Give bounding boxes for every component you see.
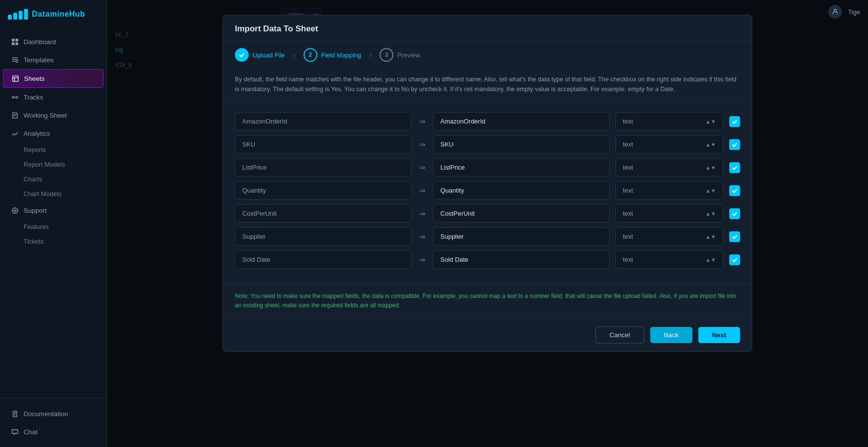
sidebar-sub-reports[interactable]: Reports bbox=[3, 143, 103, 157]
mapping-target-2[interactable]: ListPrice bbox=[433, 158, 610, 176]
mapping-area: AmazonOrderId ⇒ AmazonOrderId text ▲▼ SK… bbox=[223, 102, 752, 283]
sidebar-label-charts: Charts bbox=[24, 175, 42, 183]
mapping-source-3: Quantity bbox=[235, 181, 411, 199]
mapping-checkbox-0[interactable] bbox=[729, 116, 740, 127]
sidebar-item-support[interactable]: Support bbox=[3, 201, 103, 219]
sidebar-label-report-models: Report Models bbox=[24, 161, 65, 168]
next-button[interactable]: Next bbox=[698, 327, 740, 343]
chat-icon bbox=[11, 428, 19, 436]
sheets-icon bbox=[11, 74, 19, 82]
sidebar-item-chat[interactable]: Chat bbox=[3, 423, 103, 441]
mapping-type-3[interactable]: text ▲▼ bbox=[615, 181, 723, 199]
mapping-source-6: Sold Date bbox=[235, 250, 411, 269]
step-mapping: 2 Field Mapping bbox=[304, 48, 361, 62]
mapping-target-6[interactable]: Sold Date bbox=[433, 250, 610, 269]
step-circle-mapping: 2 bbox=[304, 48, 317, 62]
mapping-checkbox-3[interactable] bbox=[729, 185, 740, 196]
tracks-icon bbox=[11, 93, 19, 101]
type-arrows-2: ▲▼ bbox=[705, 165, 716, 171]
step-upload: Upload File bbox=[235, 48, 285, 62]
step-label-mapping: Field Mapping bbox=[321, 51, 361, 59]
sidebar-item-tracks[interactable]: Tracks bbox=[3, 88, 103, 106]
mapping-target-5[interactable]: Supplier bbox=[433, 227, 610, 246]
mapping-target-0[interactable]: AmazonOrderId bbox=[433, 112, 610, 130]
step-label-preview: Preview bbox=[397, 51, 420, 59]
mapping-source-2: ListPrice bbox=[235, 158, 411, 176]
mapping-checkbox-4[interactable] bbox=[729, 208, 740, 219]
mapping-checkbox-5[interactable] bbox=[729, 231, 740, 242]
sidebar-sub-charts[interactable]: Charts bbox=[3, 172, 103, 186]
sidebar-label-chart-models: Chart Models bbox=[24, 190, 61, 198]
mapping-row: ListPrice ⇒ ListPrice text ▲▼ bbox=[235, 158, 740, 176]
sidebar-sub-tickets[interactable]: Tickets bbox=[3, 234, 103, 248]
sidebar-item-working-sheet[interactable]: Working Sheet bbox=[3, 106, 103, 124]
step-arrow-2: › bbox=[361, 50, 380, 60]
analytics-icon bbox=[11, 129, 19, 137]
mapping-target-1[interactable]: SKU bbox=[433, 135, 610, 153]
modal-header: Import Data To Sheet bbox=[223, 15, 752, 41]
mapping-source-0: AmazonOrderId bbox=[235, 112, 411, 130]
arrow-icon-1: ⇒ bbox=[417, 140, 427, 149]
step-arrow-1: › bbox=[285, 50, 304, 60]
svg-rect-2 bbox=[11, 42, 14, 45]
sidebar-label-tickets: Tickets bbox=[24, 238, 44, 245]
mapping-checkbox-2[interactable] bbox=[729, 162, 740, 173]
type-arrows-4: ▲▼ bbox=[705, 211, 716, 217]
sidebar-sub-chart-models[interactable]: Chart Models bbox=[3, 187, 103, 201]
arrow-icon-5: ⇒ bbox=[417, 232, 427, 241]
sidebar-label-features: Features bbox=[24, 223, 49, 230]
type-arrows-3: ▲▼ bbox=[705, 188, 716, 194]
arrow-icon-4: ⇒ bbox=[417, 209, 427, 218]
mapping-type-2[interactable]: text ▲▼ bbox=[615, 158, 723, 176]
mapping-type-5[interactable]: text ▲▼ bbox=[615, 227, 723, 246]
sidebar-sub-features[interactable]: Features bbox=[3, 220, 103, 234]
sidebar-label-analytics: Analytics bbox=[24, 130, 50, 137]
mapping-type-value-5: text bbox=[623, 233, 633, 240]
step-preview: 3 Preview bbox=[380, 48, 420, 62]
svg-point-9 bbox=[14, 209, 16, 211]
sidebar-item-dashboard[interactable]: Dashboard bbox=[3, 33, 103, 50]
modal-description: By default, the field name matches with … bbox=[223, 69, 752, 102]
modal-overlay: Import Data To Sheet Upload File › bbox=[107, 0, 868, 447]
logo-dot-4 bbox=[24, 9, 28, 20]
back-button[interactable]: Back bbox=[650, 327, 692, 343]
mapping-checkbox-6[interactable] bbox=[729, 254, 740, 265]
mapping-type-4[interactable]: text ▲▼ bbox=[615, 204, 723, 223]
support-icon bbox=[11, 206, 19, 214]
import-modal: Import Data To Sheet Upload File › bbox=[223, 15, 752, 352]
username: Tige bbox=[848, 8, 860, 16]
mapping-row: Quantity ⇒ Quantity text ▲▼ bbox=[235, 181, 740, 199]
sidebar-item-analytics[interactable]: Analytics bbox=[3, 124, 103, 142]
sidebar-label-templates: Templates bbox=[24, 56, 54, 64]
dashboard-icon bbox=[11, 38, 19, 46]
sidebar-item-templates[interactable]: Templates bbox=[3, 51, 103, 69]
sidebar-item-sheets[interactable]: Sheets bbox=[3, 69, 103, 88]
sidebar-label-working-sheet: Working Sheet bbox=[24, 112, 67, 119]
svg-rect-3 bbox=[15, 42, 18, 45]
sidebar-item-documentation[interactable]: Documentation bbox=[3, 405, 103, 422]
mapping-target-4[interactable]: CostPerUnit bbox=[433, 204, 610, 223]
mapping-target-3[interactable]: Quantity bbox=[433, 181, 610, 199]
mapping-type-0[interactable]: text ▲▼ bbox=[615, 112, 723, 130]
mapping-type-6[interactable]: text ▲▼ bbox=[615, 250, 723, 269]
arrow-icon-2: ⇒ bbox=[417, 163, 427, 172]
sidebar-label-dashboard: Dashboard bbox=[24, 38, 56, 46]
mapping-checkbox-1[interactable] bbox=[729, 139, 740, 150]
svg-point-6 bbox=[12, 96, 14, 98]
arrow-icon-0: ⇒ bbox=[417, 117, 427, 126]
mapping-row: SKU ⇒ SKU text ▲▼ bbox=[235, 135, 740, 153]
step-circle-preview: 3 bbox=[380, 48, 393, 62]
svg-rect-4 bbox=[16, 59, 18, 62]
mapping-type-value-6: text bbox=[623, 256, 633, 263]
step-circle-upload bbox=[235, 48, 249, 62]
sidebar-sub-report-models[interactable]: Report Models bbox=[3, 157, 103, 172]
sidebar-label-sheets: Sheets bbox=[24, 75, 45, 82]
stepper: Upload File › 2 Field Mapping › 3 Previe… bbox=[223, 41, 752, 69]
cancel-button[interactable]: Cancel bbox=[595, 326, 644, 344]
logo-text: DatamineHub bbox=[32, 10, 85, 19]
sidebar-label-documentation: Documentation bbox=[24, 410, 68, 418]
mapping-type-1[interactable]: text ▲▼ bbox=[615, 135, 723, 153]
modal-title: Import Data To Sheet bbox=[235, 24, 318, 33]
svg-rect-0 bbox=[11, 38, 14, 41]
working-sheet-icon bbox=[11, 111, 19, 119]
